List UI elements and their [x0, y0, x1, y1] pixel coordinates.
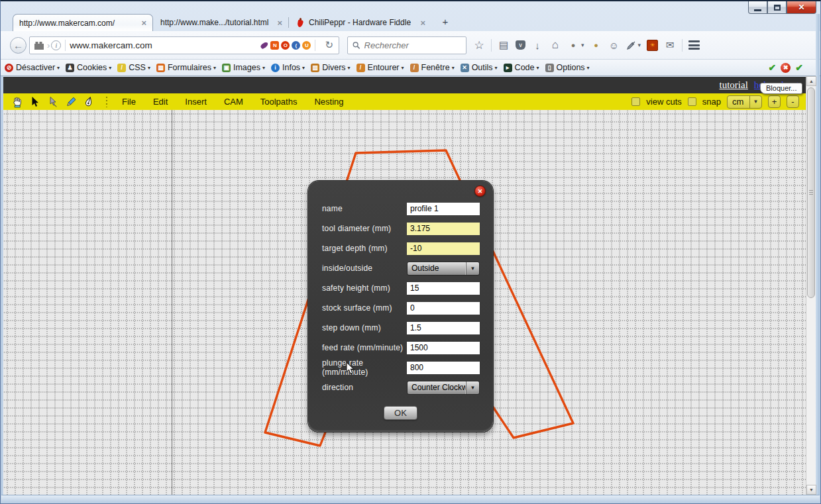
minimize-button[interactable]: [748, 1, 767, 14]
vertical-scrollbar[interactable]: ▲ ▼: [806, 76, 816, 495]
scrollbar-thumb[interactable]: [807, 87, 815, 298]
divider: [491, 39, 492, 52]
tutorial-link[interactable]: tutorial: [720, 79, 748, 91]
zoom-in-button[interactable]: +: [768, 95, 781, 108]
eggplant-addon-icon[interactable]: [260, 41, 270, 50]
check-icon[interactable]: ✔: [795, 62, 803, 73]
devbar-item-outils[interactable]: ✕Outils▾: [461, 63, 498, 72]
tab-tutorial[interactable]: http://www.make.../tutorial.html ×: [154, 14, 288, 31]
web-developer-toolbar: ⊘Désactiver▾ ♟Cookies▾ /CSS▾ ▤Formulaire…: [1, 60, 820, 76]
tab-bar: http://www.makercam.com/ × http://www.ma…: [1, 14, 820, 31]
search-box[interactable]: [347, 36, 466, 54]
site-identity-icon: [34, 41, 44, 50]
name-input[interactable]: [407, 203, 480, 215]
menu-nesting[interactable]: Nesting: [314, 97, 343, 107]
tab-makercam[interactable]: http://www.makercam.com/ ×: [13, 14, 153, 31]
devbar-item-formulaires[interactable]: ▤Formulaires▾: [156, 63, 216, 72]
bookmark-star-icon[interactable]: ☆: [473, 39, 485, 51]
eyedropper-icon[interactable]: [626, 40, 636, 50]
error-icon[interactable]: ✖: [781, 63, 791, 73]
code-icon: ▸: [504, 64, 512, 72]
devbar-item-desactiver[interactable]: ⊘Désactiver▾: [5, 63, 60, 72]
menu-icon[interactable]: [688, 40, 700, 50]
tab-chilipeppr[interactable]: ChiliPeppr - Hardware Fiddle ×: [291, 14, 431, 31]
snap-checkbox[interactable]: [688, 97, 696, 106]
step-down-input[interactable]: [407, 322, 480, 334]
menu-insert[interactable]: Insert: [185, 97, 207, 107]
new-tab-button[interactable]: +: [437, 16, 454, 29]
check-icon[interactable]: ✔: [769, 62, 777, 73]
red-addon-icon[interactable]: ☀: [647, 40, 658, 51]
devbar-item-entourer[interactable]: /Entourer▾: [356, 63, 404, 72]
devbar-item-options[interactable]: ▯Options▾: [545, 63, 590, 72]
devbar-item-fenetre[interactable]: /Fenêtre▾: [410, 63, 455, 72]
mail-icon[interactable]: ✉: [664, 39, 676, 51]
home-icon[interactable]: ⌂: [549, 39, 561, 51]
search-input[interactable]: [364, 40, 461, 50]
blue-swirl-addon-icon[interactable]: (: [292, 41, 300, 50]
smiley-addon-icon[interactable]: ☺: [608, 39, 620, 51]
fly-addon-icon[interactable]: ●: [567, 39, 579, 51]
red-circle-addon-icon[interactable]: O: [281, 41, 290, 50]
devbar-item-infos[interactable]: iInfos▾: [271, 63, 305, 72]
downloads-icon[interactable]: ↓: [531, 39, 543, 51]
units-select[interactable]: cm ▼: [727, 95, 762, 109]
devbar-item-css[interactable]: /CSS▾: [117, 63, 150, 72]
tab-close-icon[interactable]: ×: [420, 18, 425, 28]
view-cuts-checkbox[interactable]: [631, 97, 640, 106]
scroll-up-arrow[interactable]: ▲: [806, 76, 816, 86]
target-depth-input[interactable]: [407, 242, 480, 255]
search-icon: [353, 41, 360, 50]
select-arrow-icon[interactable]: [29, 96, 41, 108]
zoom-out-button[interactable]: -: [787, 95, 799, 108]
pan-hand-icon[interactable]: [11, 96, 23, 108]
menu-file[interactable]: File: [122, 97, 136, 107]
close-window-button[interactable]: ✕: [787, 1, 816, 14]
cam-toolbar: File Edit Insert CAM Toolpaths Nesting v…: [3, 93, 806, 110]
reading-list-icon[interactable]: ▤: [498, 39, 510, 51]
pen-tool-icon[interactable]: [83, 96, 95, 108]
url-bar[interactable]: › i www.makercam.com N O ( U ↻: [29, 36, 339, 54]
menu-edit[interactable]: Edit: [153, 97, 168, 107]
cookies-icon: ♟: [66, 64, 74, 72]
devbar-item-divers[interactable]: ▥Divers▾: [311, 63, 350, 72]
info-icon[interactable]: i: [51, 40, 61, 50]
menu-cam[interactable]: CAM: [224, 97, 243, 107]
caret-down-icon[interactable]: ▾: [638, 42, 641, 48]
stock-surface-input[interactable]: [407, 302, 480, 315]
direction-select[interactable]: Counter Clockwi ▼: [407, 381, 480, 395]
back-button[interactable]: ←: [10, 37, 27, 54]
inside-outside-select[interactable]: Outside ▼: [407, 262, 480, 276]
maximize-icon: [774, 5, 781, 11]
toolbar-separator: [106, 97, 107, 107]
url-text[interactable]: www.makercam.com: [70, 40, 260, 50]
tool-diameter-input[interactable]: [407, 223, 480, 235]
orange-n-addon-icon[interactable]: N: [270, 41, 279, 50]
dialog-close-button[interactable]: ✕: [474, 185, 486, 197]
reload-icon[interactable]: ↻: [325, 39, 333, 51]
caret-down-icon[interactable]: ▾: [581, 42, 584, 48]
pocket-icon[interactable]: ∨: [516, 40, 525, 50]
bird-addon-icon[interactable]: ●: [590, 39, 602, 51]
orange-smiley-addon-icon[interactable]: U: [302, 41, 311, 50]
chevron-icon: ›: [47, 40, 50, 50]
menu-bar: File Edit Insert CAM Toolpaths Nesting: [122, 97, 344, 107]
pencil-tool-icon[interactable]: [65, 96, 77, 108]
misc-icon: ▥: [311, 64, 319, 72]
tab-close-icon[interactable]: ×: [141, 18, 146, 28]
maximize-button[interactable]: [767, 1, 787, 14]
direct-select-icon[interactable]: [47, 96, 59, 108]
mouse-cursor: [346, 362, 355, 375]
ok-button[interactable]: OK: [384, 406, 417, 420]
field-row-name: name: [308, 199, 493, 219]
devbar-item-images[interactable]: ▣Images▾: [222, 63, 265, 72]
devbar-item-cookies[interactable]: ♟Cookies▾: [66, 63, 111, 72]
scroll-down-arrow[interactable]: ▼: [806, 485, 816, 495]
menu-toolpaths[interactable]: Toolpaths: [260, 97, 298, 107]
safety-height-input[interactable]: [407, 282, 480, 295]
tab-title: http://www.make.../tutorial.html: [160, 18, 268, 27]
devbar-item-code[interactable]: ▸Code▾: [504, 63, 539, 72]
feed-rate-input[interactable]: [407, 342, 480, 354]
plunge-rate-input[interactable]: [407, 362, 480, 374]
tab-close-icon[interactable]: ×: [277, 18, 282, 28]
